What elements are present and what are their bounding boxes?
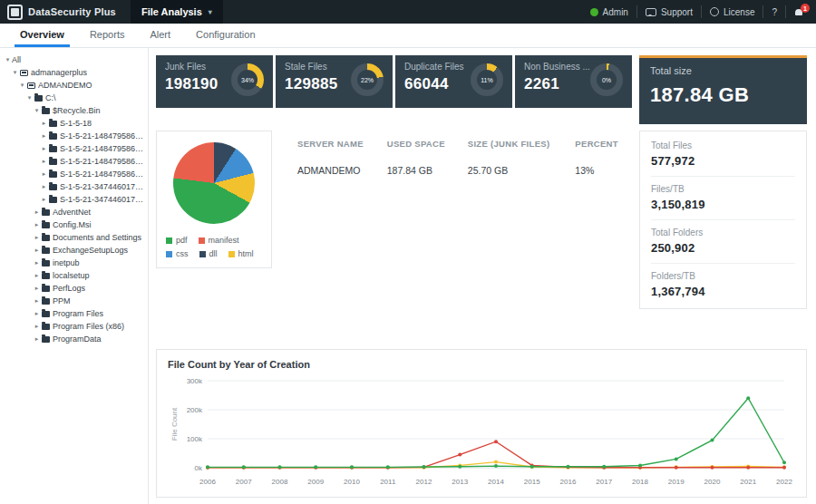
folder-icon	[42, 108, 50, 114]
tree-item[interactable]: ▾$Recycle.Bin	[0, 104, 148, 117]
tab-overview[interactable]: Overview	[7, 24, 77, 47]
junk-table-head-row: SERVER NAMEUSED SPACESIZE (JUNK FILES)PE…	[290, 131, 632, 154]
legend-item[interactable]: pdf	[166, 236, 188, 245]
license-menu[interactable]: License	[702, 5, 763, 18]
file-type-pie-chart[interactable]	[173, 142, 255, 224]
legend-item[interactable]: manifest	[199, 236, 239, 245]
chevron-right-icon[interactable]: ▸	[40, 120, 48, 127]
folder-icon	[42, 273, 50, 279]
tree-item[interactable]: ▸Program Files	[0, 307, 148, 320]
series-green-point	[494, 464, 498, 468]
chevron-right-icon[interactable]: ▸	[33, 335, 41, 343]
kpi-percent-label: 11%	[477, 70, 497, 90]
kpi-label: Stale Files	[285, 62, 338, 72]
admin-menu[interactable]: Admin	[582, 5, 637, 18]
detail-left: pdfmanifestcssdllhtml SERVER NAMEUSED SP…	[156, 131, 632, 268]
tree-item[interactable]: ▸inetpub	[0, 257, 148, 269]
tree-item[interactable]: ▸AdventNet	[0, 206, 148, 218]
tree-item-label: ExchangeSetupLogs	[53, 246, 128, 255]
stat-row: Total Files577,972	[651, 133, 795, 177]
tree-item[interactable]: ▸S-1-5-21-1484795863-581620	[0, 142, 148, 155]
y-tick-label: 200k	[187, 406, 203, 414]
tree-item[interactable]: ▾admanagerplus	[0, 66, 148, 79]
chevron-right-icon[interactable]: ▸	[33, 285, 41, 292]
notification-badge: 1	[801, 4, 810, 13]
chevron-down-icon[interactable]: ▾	[11, 69, 19, 76]
legend-swatch	[228, 251, 235, 257]
chevron-down-icon[interactable]: ▾	[4, 56, 12, 63]
tree-item-label: S-1-5-21-1484795863-581620	[60, 131, 148, 141]
x-tick-label: 2013	[452, 478, 468, 486]
column-header: USED SPACE	[380, 131, 461, 154]
series-red-point	[675, 466, 678, 470]
tree-item[interactable]: ▾ADMANDEMO	[0, 79, 148, 92]
folder-icon	[42, 336, 50, 343]
server-icon	[20, 70, 28, 76]
tree-item[interactable]: ▸ExchangeSetupLogs	[0, 244, 148, 257]
chevron-right-icon[interactable]: ▸	[40, 196, 48, 203]
notifications-button[interactable]: 1	[786, 5, 807, 18]
tree-item[interactable]: ▸PerfLogs	[0, 282, 148, 295]
chat-icon	[646, 8, 656, 16]
chevron-down-icon[interactable]: ▾	[25, 94, 34, 102]
kpi-percent-label: 0%	[597, 70, 617, 90]
main-content: Junk Files19819034%Stale Files12988522%D…	[149, 48, 816, 504]
chevron-right-icon[interactable]: ▸	[33, 247, 41, 254]
chevron-right-icon[interactable]: ▸	[40, 132, 48, 140]
tree-item[interactable]: ▾All	[0, 53, 148, 66]
x-tick-label: 2019	[668, 478, 685, 486]
tree-item[interactable]: ▸Program Files (x86)	[0, 320, 148, 333]
chevron-right-icon[interactable]: ▸	[33, 310, 41, 317]
legend-item[interactable]: dll	[199, 249, 218, 258]
tree-item[interactable]: ▸S-1-5-21-1484795863-581620	[0, 155, 148, 168]
chevron-right-icon[interactable]: ▸	[40, 145, 48, 152]
folder-icon	[49, 197, 57, 203]
chevron-right-icon[interactable]: ▸	[33, 272, 41, 279]
tree-item[interactable]: ▾C:\	[0, 92, 148, 104]
support-label: Support	[661, 7, 693, 17]
chevron-right-icon[interactable]: ▸	[40, 183, 48, 190]
tree-item-label: PerfLogs	[53, 284, 85, 293]
chevron-right-icon[interactable]: ▸	[33, 259, 41, 267]
series-red-point	[458, 453, 461, 457]
chevron-down-icon[interactable]: ▾	[18, 82, 26, 89]
x-tick-label: 2009	[307, 478, 324, 486]
tree-item-label: Config.Msi	[53, 220, 92, 229]
license-label: License	[724, 7, 754, 17]
x-tick-label: 2011	[380, 478, 396, 486]
module-selector[interactable]: File Analysis ▾	[131, 0, 223, 24]
tab-alert[interactable]: Alert	[137, 24, 183, 47]
series-green-point	[530, 465, 534, 469]
chevron-right-icon[interactable]: ▸	[33, 297, 41, 305]
tree-item-label: Program Files	[53, 309, 103, 318]
help-button[interactable]: ?	[763, 5, 786, 18]
license-icon	[710, 7, 719, 16]
tree-item[interactable]: ▸PPM	[0, 295, 148, 307]
legend-item[interactable]: html	[228, 249, 254, 258]
chevron-right-icon[interactable]: ▸	[33, 323, 41, 330]
chevron-right-icon[interactable]: ▸	[40, 158, 48, 165]
tree-item[interactable]: ▸S-1-5-21-3474460175-132841	[0, 193, 148, 206]
tree-item[interactable]: ▸S-1-5-21-1484795863-581620	[0, 130, 148, 142]
chevron-down-icon[interactable]: ▾	[33, 107, 41, 114]
tree-item[interactable]: ▸S-1-5-21-3474460175-132841	[0, 180, 148, 193]
chevron-right-icon[interactable]: ▸	[33, 208, 41, 216]
tree-item[interactable]: ▸ProgramData	[0, 333, 148, 345]
tree-item[interactable]: ▸S-1-5-18	[0, 117, 148, 130]
tree-item[interactable]: ▸Config.Msi	[0, 218, 148, 231]
chevron-right-icon[interactable]: ▸	[40, 170, 48, 178]
stat-value: 577,972	[651, 154, 795, 168]
legend-item[interactable]: css	[166, 249, 189, 258]
table-row[interactable]: ADMANDEMO187.84 GB25.70 GB13%	[290, 154, 632, 181]
chevron-right-icon[interactable]: ▸	[33, 234, 41, 241]
chevron-right-icon[interactable]: ▸	[33, 221, 41, 228]
support-menu[interactable]: Support	[637, 5, 702, 18]
tree-item[interactable]: ▸localsetup	[0, 269, 148, 282]
kpi-label: Duplicate Files	[404, 62, 464, 72]
tab-reports[interactable]: Reports	[77, 24, 138, 47]
column-header: SERVER NAME	[290, 131, 380, 154]
tree-item[interactable]: ▸Documents and Settings	[0, 231, 148, 244]
tab-configuration[interactable]: Configuration	[183, 24, 267, 47]
tree-item[interactable]: ▸S-1-5-21-1484795863-581620	[0, 168, 148, 180]
kpi-row: Junk Files19819034%Stale Files12988522%D…	[156, 55, 807, 124]
